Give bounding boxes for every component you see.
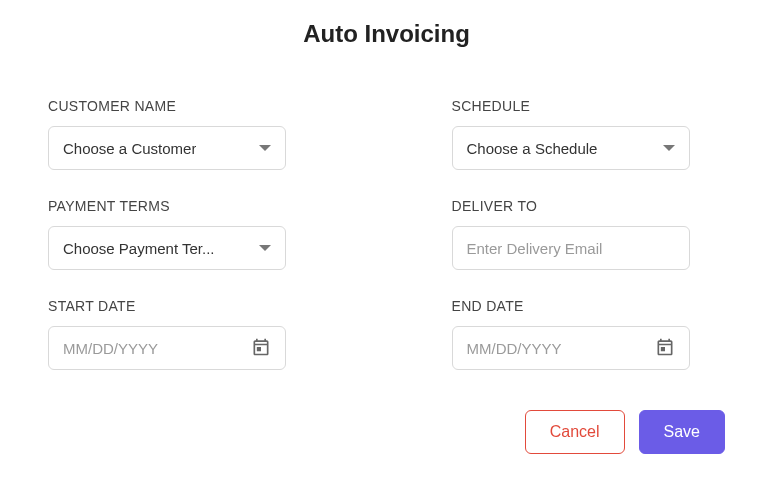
action-row: Cancel Save — [48, 410, 725, 454]
cancel-button[interactable]: Cancel — [525, 410, 625, 454]
field-end-date: END DATE MM/DD/YYYY — [452, 298, 726, 370]
deliver-to-input-wrapper — [452, 226, 690, 270]
deliver-to-input[interactable] — [467, 240, 675, 257]
field-start-date: START DATE MM/DD/YYYY — [48, 298, 322, 370]
field-payment-terms: PAYMENT TERMS Choose Payment Ter... — [48, 198, 322, 270]
end-date-label: END DATE — [452, 298, 726, 314]
save-button[interactable]: Save — [639, 410, 725, 454]
schedule-label: SCHEDULE — [452, 98, 726, 114]
end-date-input[interactable]: MM/DD/YYYY — [452, 326, 690, 370]
field-deliver-to: DELIVER TO — [452, 198, 726, 270]
calendar-icon — [251, 337, 271, 360]
chevron-down-icon — [259, 245, 271, 251]
customer-select-text: Choose a Customer — [63, 140, 196, 157]
payment-terms-label: PAYMENT TERMS — [48, 198, 322, 214]
field-customer: CUSTOMER NAME Choose a Customer — [48, 98, 322, 170]
customer-label: CUSTOMER NAME — [48, 98, 322, 114]
page-title: Auto Invoicing — [48, 20, 725, 48]
payment-terms-select[interactable]: Choose Payment Ter... — [48, 226, 286, 270]
start-date-placeholder: MM/DD/YYYY — [63, 340, 158, 357]
end-date-placeholder: MM/DD/YYYY — [467, 340, 562, 357]
start-date-label: START DATE — [48, 298, 322, 314]
payment-terms-select-text: Choose Payment Ter... — [63, 240, 214, 257]
deliver-to-label: DELIVER TO — [452, 198, 726, 214]
field-schedule: SCHEDULE Choose a Schedule — [452, 98, 726, 170]
chevron-down-icon — [259, 145, 271, 151]
start-date-input[interactable]: MM/DD/YYYY — [48, 326, 286, 370]
form-grid: CUSTOMER NAME Choose a Customer SCHEDULE… — [48, 98, 725, 370]
chevron-down-icon — [663, 145, 675, 151]
schedule-select-text: Choose a Schedule — [467, 140, 598, 157]
schedule-select[interactable]: Choose a Schedule — [452, 126, 690, 170]
calendar-icon — [655, 337, 675, 360]
customer-select[interactable]: Choose a Customer — [48, 126, 286, 170]
